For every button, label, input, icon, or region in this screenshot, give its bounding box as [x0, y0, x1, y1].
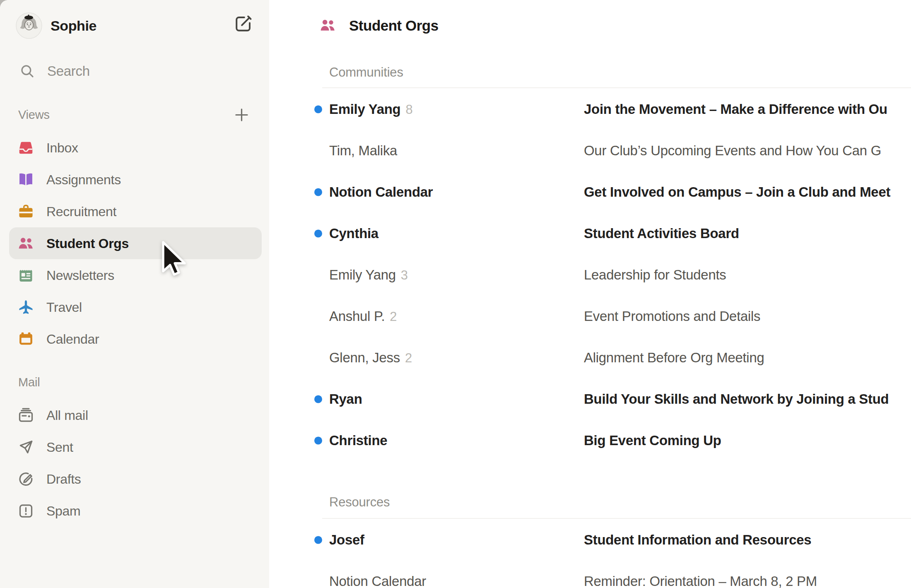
airplane-icon	[17, 299, 34, 316]
thread-row[interactable]: RyanBuild Your Skills and Network by Joi…	[269, 378, 911, 420]
sender-name: Emily Yang8	[329, 101, 412, 117]
thread-row[interactable]: Anshul P.2Event Promotions and Details	[269, 296, 911, 337]
section-divider	[322, 518, 911, 519]
page-title: Student Orgs	[349, 17, 439, 34]
search-icon[interactable]	[19, 63, 35, 79]
sidebar-item-newsletters[interactable]: Newsletters	[9, 259, 262, 291]
people-icon	[319, 17, 336, 34]
thread-row[interactable]: Notion CalendarGet Involved on Campus – …	[269, 171, 911, 213]
sidebar-item-spam[interactable]: Spam	[9, 495, 262, 527]
thread-row[interactable]: Glenn, Jess2Alignment Before Org Meeting	[269, 337, 911, 378]
view-item-label: Newsletters	[46, 267, 114, 283]
sidebar-item-drafts[interactable]: Drafts	[9, 463, 262, 495]
unread-dot-icon	[314, 188, 322, 196]
inbox-icon	[17, 139, 34, 156]
sender-name: Emily Yang3	[329, 267, 408, 283]
thread-count: 2	[390, 309, 397, 324]
thread-list-pane: Student Orgs CommunitiesEmily Yang8Join …	[269, 0, 911, 588]
subject-text: Big Event Coming Up	[584, 433, 721, 448]
section-label: Communities	[329, 65, 403, 80]
section-divider	[322, 87, 911, 88]
unread-dot-icon	[314, 106, 322, 113]
sender-name: Glenn, Jess2	[329, 350, 412, 366]
mail-item-label: Sent	[46, 439, 73, 455]
sender-name: Notion Calendar	[329, 574, 426, 588]
sender-name: Josef	[329, 532, 364, 548]
sidebar-item-travel[interactable]: Travel	[9, 291, 262, 323]
drafts-icon	[17, 470, 34, 487]
unread-dot-icon	[314, 437, 322, 445]
subject-text: Get Involved on Campus – Join a Club and…	[584, 184, 890, 200]
user-avatar[interactable]	[16, 12, 42, 39]
sender-name: Tim, Malika	[329, 143, 397, 159]
newspaper-icon	[17, 267, 34, 284]
sidebar-item-sent[interactable]: Sent	[9, 431, 262, 463]
view-item-label: Assignments	[46, 172, 121, 187]
sidebar-item-assignments[interactable]: Assignments	[9, 164, 262, 195]
sidebar-item-inbox[interactable]: Inbox	[9, 132, 262, 164]
view-item-label: Recruitment	[46, 204, 116, 219]
unread-dot-icon	[314, 395, 322, 403]
sidebar-item-student-orgs[interactable]: Student Orgs	[9, 227, 262, 259]
mail-item-label: All mail	[46, 407, 88, 423]
add-view-icon[interactable]	[233, 106, 251, 124]
thread-row[interactable]: JosefStudent Information and Resources	[269, 519, 911, 561]
spam-icon	[17, 502, 34, 519]
subject-text: Student Information and Resources	[584, 532, 811, 548]
subject-text: Leadership for Students	[584, 267, 726, 283]
subject-text: Student Activities Board	[584, 226, 739, 241]
sidebar-item-calendar[interactable]: Calendar	[9, 323, 262, 355]
unread-dot-icon	[314, 230, 322, 238]
sender-name: Ryan	[329, 391, 362, 407]
thread-row[interactable]: CynthiaStudent Activities Board	[269, 213, 911, 254]
mail-app-window: Sophie Search Views InboxAssignmentsRecr…	[0, 0, 911, 588]
unread-dot-icon	[314, 536, 322, 544]
search-button[interactable]: Search	[47, 63, 90, 79]
view-item-label: Calendar	[46, 331, 99, 347]
subject-text: Event Promotions and Details	[584, 308, 760, 324]
sidebar-item-recruitment[interactable]: Recruitment	[9, 195, 262, 227]
subject-text: Join the Movement – Make a Difference wi…	[584, 101, 887, 117]
thread-row[interactable]: Emily Yang8Join the Movement – Make a Di…	[269, 89, 911, 130]
sender-name: Christine	[329, 433, 387, 448]
views-section-header: Views	[18, 108, 50, 121]
thread-count: 2	[405, 351, 412, 365]
mail-item-label: Drafts	[46, 471, 81, 487]
sender-name: Cynthia	[329, 226, 378, 241]
sidebar-item-all-mail[interactable]: All mail	[9, 399, 262, 431]
sidebar: Sophie Search Views InboxAssignmentsRecr…	[0, 0, 269, 588]
subject-text: Build Your Skills and Network by Joining…	[584, 391, 889, 407]
thread-row[interactable]: Emily Yang3Leadership for Students	[269, 254, 911, 296]
view-item-label: Travel	[46, 299, 82, 315]
briefcase-icon	[17, 203, 34, 220]
compose-icon[interactable]	[234, 14, 253, 34]
thread-row[interactable]: Tim, MalikaOur Club’s Upcoming Events an…	[269, 130, 911, 171]
subject-text: Our Club’s Upcoming Events and How You C…	[584, 143, 881, 159]
sender-name: Notion Calendar	[329, 184, 433, 200]
thread-count: 3	[401, 268, 408, 282]
thread-row[interactable]: ChristineBig Event Coming Up	[269, 420, 911, 461]
book-icon	[17, 171, 34, 188]
thread-row[interactable]: Notion CalendarReminder: Orientation – M…	[269, 561, 911, 588]
section-label: Resources	[329, 495, 390, 510]
view-item-label: Inbox	[46, 140, 78, 155]
people-icon	[17, 235, 34, 252]
account-name[interactable]: Sophie	[51, 17, 96, 34]
view-item-label: Student Orgs	[46, 236, 129, 251]
send-icon	[17, 439, 34, 455]
thread-count: 8	[405, 102, 412, 117]
all-mail-icon	[17, 407, 34, 424]
mail-nav: All mailSentDraftsSpam	[9, 399, 262, 527]
views-nav: InboxAssignmentsRecruitmentStudent OrgsN…	[9, 132, 262, 355]
mail-item-label: Spam	[46, 503, 80, 518]
sender-name: Anshul P.2	[329, 308, 397, 324]
mail-section-header: Mail	[18, 376, 40, 389]
section-communities: CommunitiesEmily Yang8Join the Movement …	[269, 0, 911, 588]
subject-text: Reminder: Orientation – March 8, 2 PM	[584, 574, 817, 588]
calendar-icon	[17, 330, 34, 347]
subject-text: Alignment Before Org Meeting	[584, 350, 764, 366]
